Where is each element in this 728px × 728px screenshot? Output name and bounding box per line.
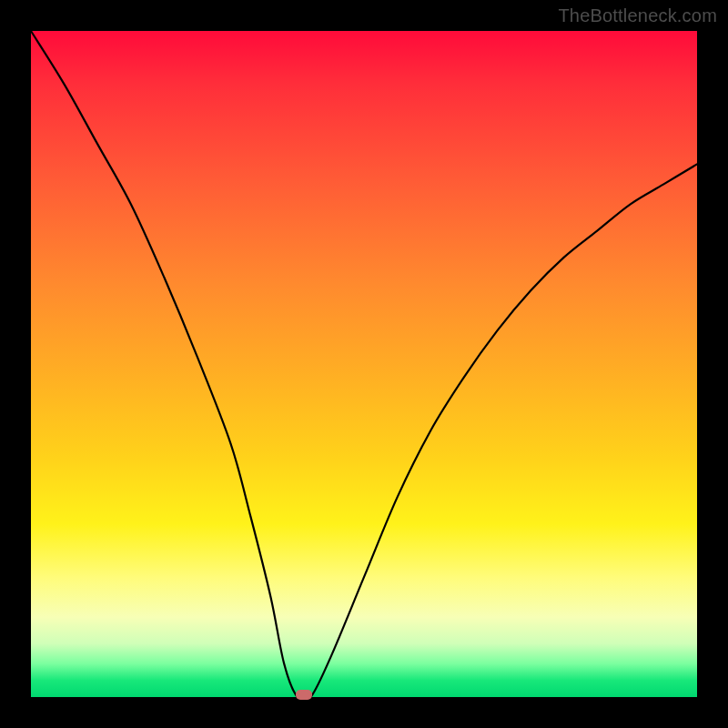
plot-area xyxy=(31,31,697,697)
bottleneck-curve-path xyxy=(31,31,697,702)
chart-frame: TheBottleneck.com xyxy=(0,0,728,728)
optimum-marker xyxy=(296,690,312,700)
watermark-text: TheBottleneck.com xyxy=(558,5,717,26)
curve-svg xyxy=(31,31,697,697)
